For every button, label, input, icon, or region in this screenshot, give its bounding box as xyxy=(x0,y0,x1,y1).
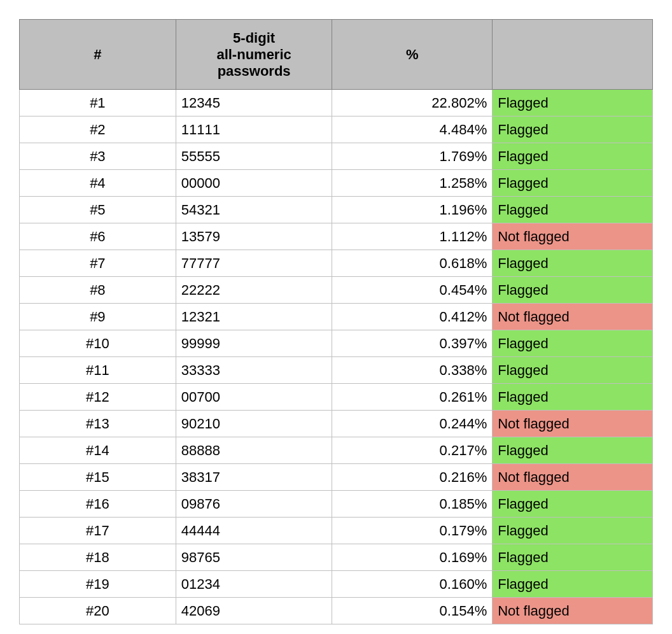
table-row: #6135791.112%Not flagged xyxy=(20,223,653,250)
table-row: #4000001.258%Flagged xyxy=(20,170,653,197)
cell-password: 33333 xyxy=(176,357,332,384)
table-row: #10999990.397%Flagged xyxy=(20,330,653,357)
cell-password: 44444 xyxy=(176,518,332,544)
cell-rank: #17 xyxy=(20,518,176,544)
cell-rank: #2 xyxy=(20,116,176,143)
cell-password: 77777 xyxy=(176,250,332,277)
table-row: #11234522.802%Flagged xyxy=(20,90,653,116)
cell-percent: 0.160% xyxy=(332,571,493,598)
table-row: #2111114.484%Flagged xyxy=(20,116,653,143)
cell-rank: #6 xyxy=(20,223,176,250)
cell-percent: 0.217% xyxy=(332,437,493,464)
cell-password: 88888 xyxy=(176,437,332,464)
cell-rank: #13 xyxy=(20,411,176,437)
cell-percent: 0.261% xyxy=(332,384,493,411)
cell-password: 09876 xyxy=(176,491,332,518)
cell-rank: #16 xyxy=(20,491,176,518)
cell-status: Flagged xyxy=(493,330,653,357)
cell-percent: 4.484% xyxy=(332,116,493,143)
cell-rank: #5 xyxy=(20,197,176,223)
cell-rank: #10 xyxy=(20,330,176,357)
cell-password: 13579 xyxy=(176,223,332,250)
cell-percent: 0.338% xyxy=(332,357,493,384)
cell-password: 00000 xyxy=(176,170,332,197)
table-row: #19012340.160%Flagged xyxy=(20,571,653,598)
cell-percent: 0.154% xyxy=(332,598,493,624)
cell-percent: 1.769% xyxy=(332,143,493,170)
cell-rank: #1 xyxy=(20,90,176,116)
cell-rank: #20 xyxy=(20,598,176,624)
table-row: #14888880.217%Flagged xyxy=(20,437,653,464)
password-table: # 5-digit all-numeric passwords % #11234… xyxy=(19,19,653,624)
cell-status: Flagged xyxy=(493,384,653,411)
table-header-row: # 5-digit all-numeric passwords % xyxy=(20,20,653,90)
table-row: #13902100.244%Not flagged xyxy=(20,411,653,437)
cell-status: Flagged xyxy=(493,357,653,384)
cell-password: 99999 xyxy=(176,330,332,357)
cell-password: 12321 xyxy=(176,304,332,330)
cell-rank: #7 xyxy=(20,250,176,277)
cell-rank: #14 xyxy=(20,437,176,464)
table-row: #11333330.338%Flagged xyxy=(20,357,653,384)
cell-rank: #12 xyxy=(20,384,176,411)
header-status xyxy=(493,20,653,90)
cell-percent: 0.179% xyxy=(332,518,493,544)
cell-rank: #4 xyxy=(20,170,176,197)
table-row: #8222220.454%Flagged xyxy=(20,277,653,304)
cell-status: Flagged xyxy=(493,518,653,544)
cell-rank: #15 xyxy=(20,464,176,491)
cell-password: 22222 xyxy=(176,277,332,304)
table-row: #9123210.412%Not flagged xyxy=(20,304,653,330)
header-password: 5-digit all-numeric passwords xyxy=(176,20,332,90)
cell-rank: #9 xyxy=(20,304,176,330)
cell-password: 11111 xyxy=(176,116,332,143)
cell-percent: 1.196% xyxy=(332,197,493,223)
cell-percent: 0.185% xyxy=(332,491,493,518)
table-row: #15383170.216%Not flagged xyxy=(20,464,653,491)
cell-rank: #8 xyxy=(20,277,176,304)
cell-status: Flagged xyxy=(493,143,653,170)
cell-rank: #3 xyxy=(20,143,176,170)
cell-rank: #19 xyxy=(20,571,176,598)
cell-percent: 0.169% xyxy=(332,544,493,571)
table-row: #5543211.196%Flagged xyxy=(20,197,653,223)
cell-password: 98765 xyxy=(176,544,332,571)
header-password-line1: 5-digit xyxy=(233,30,275,46)
header-password-line2: all-numeric xyxy=(216,46,291,62)
cell-percent: 0.216% xyxy=(332,464,493,491)
cell-rank: #11 xyxy=(20,357,176,384)
header-password-line3: passwords xyxy=(218,63,291,79)
table-body: #11234522.802%Flagged#2111114.484%Flagge… xyxy=(20,90,653,624)
table-row: #18987650.169%Flagged xyxy=(20,544,653,571)
table-row: #16098760.185%Flagged xyxy=(20,491,653,518)
cell-status: Flagged xyxy=(493,197,653,223)
cell-percent: 1.258% xyxy=(332,170,493,197)
cell-status: Flagged xyxy=(493,277,653,304)
cell-percent: 1.112% xyxy=(332,223,493,250)
cell-password: 55555 xyxy=(176,143,332,170)
cell-password: 12345 xyxy=(176,90,332,116)
table-row: #12007000.261%Flagged xyxy=(20,384,653,411)
cell-percent: 0.244% xyxy=(332,411,493,437)
table-row: #7777770.618%Flagged xyxy=(20,250,653,277)
header-rank: # xyxy=(20,20,176,90)
cell-password: 38317 xyxy=(176,464,332,491)
cell-status: Flagged xyxy=(493,170,653,197)
cell-status: Flagged xyxy=(493,437,653,464)
header-pct: % xyxy=(332,20,493,90)
cell-percent: 0.412% xyxy=(332,304,493,330)
cell-rank: #18 xyxy=(20,544,176,571)
cell-status: Not flagged xyxy=(493,411,653,437)
cell-status: Flagged xyxy=(493,116,653,143)
cell-status: Not flagged xyxy=(493,304,653,330)
cell-password: 54321 xyxy=(176,197,332,223)
cell-password: 42069 xyxy=(176,598,332,624)
cell-percent: 0.618% xyxy=(332,250,493,277)
cell-status: Flagged xyxy=(493,250,653,277)
cell-status: Flagged xyxy=(493,544,653,571)
cell-status: Not flagged xyxy=(493,464,653,491)
cell-status: Not flagged xyxy=(493,223,653,250)
cell-status: Flagged xyxy=(493,491,653,518)
cell-password: 00700 xyxy=(176,384,332,411)
cell-status: Flagged xyxy=(493,571,653,598)
